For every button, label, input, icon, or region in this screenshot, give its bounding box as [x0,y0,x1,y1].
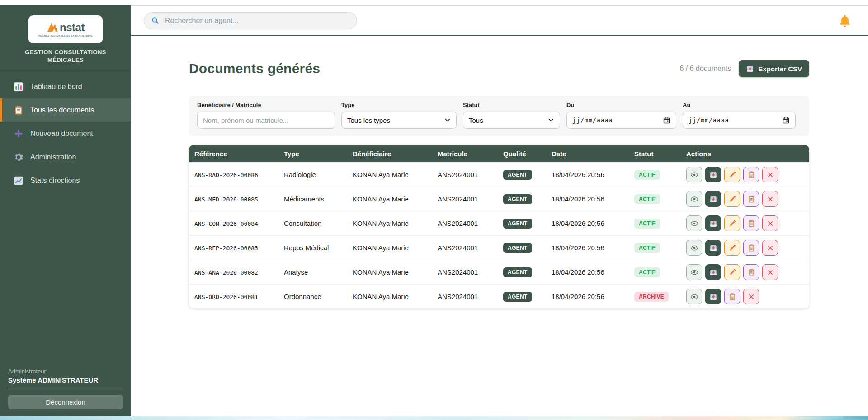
sidebar-item-label: Tous les documents [30,106,94,114]
status-badge: ACTIF [634,170,660,180]
gear-icon [14,152,24,162]
sidebar-item-nouveau-document[interactable]: Nouveau document [0,122,131,145]
action-delete-button[interactable] [762,215,778,231]
action-download-button[interactable] [705,167,721,182]
date-to-input[interactable]: jj/mm/aaaa [683,112,796,129]
bell-icon[interactable] [838,14,852,28]
app-window: nstat AGENCE NATIONALE DE LA STATISTIQUE… [0,0,868,420]
cell-actions [681,264,809,280]
reference-code: ANS-RAD-2026-00086 [194,172,258,178]
status-badge: ACTIF [634,267,660,277]
documents-count: 6 / 6 documents [679,65,731,73]
clipboard-icon [14,105,24,115]
sidebar-item-tableau-de-bord[interactable]: Tableau de bord [0,75,131,98]
action-delete-button[interactable] [743,289,759,304]
quality-badge: AGENT [503,267,532,277]
action-delete-button[interactable] [762,240,778,256]
anstat-a-mark-icon [47,22,59,33]
action-download-button[interactable] [705,240,721,256]
sidebar-item-stats-directions[interactable]: Stats directions [0,169,131,192]
column-header-beneficiaire: Bénéficiaire [347,150,432,158]
beneficiary-input[interactable] [197,112,335,129]
cell-date: 18/04/2026 20:56 [546,293,629,300]
status-select[interactable]: Tous [463,112,560,129]
cell-beneficiary: KONAN Aya Marie [347,293,432,300]
window-top-strip [0,0,868,5]
action-view-button[interactable] [686,240,702,256]
filter-type-label: Type [341,102,457,108]
action-view-button[interactable] [686,167,702,182]
action-view-button[interactable] [686,191,702,207]
action-download-button[interactable] [705,191,721,207]
column-header-date: Date [546,150,629,158]
pencil-icon [728,268,736,276]
action-copy-button[interactable] [743,215,759,231]
reference-code: ANS-ANA-2026-00082 [194,269,258,276]
export-csv-button[interactable]: Exporter CSV [739,60,809,77]
clipboard-icon [747,195,755,203]
action-copy-button[interactable] [743,240,759,256]
action-edit-button[interactable] [724,264,740,280]
cell-date: 18/04/2026 20:56 [546,195,629,203]
clipboard-icon [747,268,755,276]
search-input[interactable] [164,16,350,25]
eye-icon [690,219,698,228]
sidebar: nstat AGENCE NATIONALE DE LA STATISTIQUE… [0,5,131,416]
sidebar-item-label: Administration [30,153,76,161]
action-edit-button[interactable] [724,215,740,231]
cell-quality: AGENT [498,170,546,180]
cell-matricule: ANS2024001 [432,293,498,300]
cell-reference: ANS-REP-2026-00083 [189,244,278,252]
pencil-icon [728,219,736,228]
sidebar-footer: Administrateur Système ADMINISTRATEUR Dé… [0,368,131,416]
reference-code: ANS-ORD-2026-00081 [194,294,258,300]
cell-quality: AGENT [498,292,546,302]
action-edit-button[interactable] [724,167,740,182]
chevron-down-icon [548,117,554,123]
action-view-button[interactable] [686,264,702,280]
table-header-row: RéférenceTypeBénéficiaireMatriculeQualit… [189,145,809,162]
action-delete-button[interactable] [762,264,778,280]
search-icon [151,16,160,25]
reference-code: ANS-REP-2026-00083 [194,245,258,252]
download-icon [709,171,717,179]
cell-reference: ANS-RAD-2026-00086 [189,171,278,178]
action-edit-button[interactable] [724,191,740,207]
action-copy-button[interactable] [743,167,759,182]
agent-search [144,12,357,29]
action-edit-button[interactable] [724,240,740,256]
cell-quality: AGENT [498,243,546,253]
main-content: Documents générés 6 / 6 documents Export… [131,37,868,416]
date-from-input[interactable]: jj/mm/aaaa [566,112,676,129]
sidebar-nav: Tableau de bordTous les documentsNouveau… [0,75,131,368]
action-delete-button[interactable] [762,191,778,207]
action-copy-button[interactable] [724,289,740,304]
plus-icon [14,129,24,139]
download-icon [709,293,717,301]
logout-button[interactable]: Déconnexion [8,395,123,409]
action-copy-button[interactable] [743,191,759,207]
sidebar-item-tous-les-documents[interactable]: Tous les documents [0,98,131,122]
action-download-button[interactable] [705,215,721,231]
action-copy-button[interactable] [743,264,759,280]
table-row: ANS-REP-2026-00083Repos MédicalKONAN Aya… [189,235,809,260]
eye-icon [690,268,698,276]
user-role: Administrateur [8,368,123,375]
calendar-icon[interactable] [663,117,670,124]
clipboard-icon [747,244,755,252]
action-download-button[interactable] [705,264,721,280]
cell-reference: ANS-MED-2026-00085 [189,195,278,203]
status-select-value: Tous [469,117,548,124]
action-download-button[interactable] [705,289,721,304]
action-view-button[interactable] [686,289,702,304]
action-delete-button[interactable] [762,167,778,182]
sidebar-item-label: Tableau de bord [30,83,82,91]
sidebar-item-administration[interactable]: Administration [0,145,131,169]
calendar-icon[interactable] [782,117,790,124]
filters-panel: Bénéficiaire / Matricule Type Tous les t… [189,96,809,136]
status-badge: ARCHIVE [634,292,669,302]
column-header-type: Type [278,150,347,158]
action-view-button[interactable] [686,215,702,231]
status-badge: ACTIF [634,194,660,204]
type-select[interactable]: Tous les types [341,112,457,129]
